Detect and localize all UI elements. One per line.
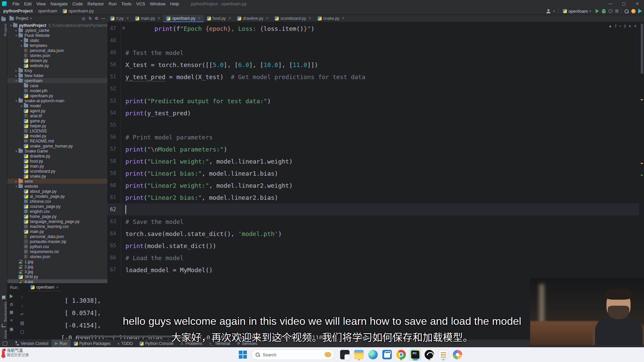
taskbar-app-chrome[interactable]	[395, 349, 407, 361]
tree-item-arial.ttf[interactable]: arial.ttf	[7, 113, 107, 118]
code-line-60[interactable]: 60print("Linear2 weight:", model.linear2…	[107, 179, 639, 191]
tree-item-website[interactable]: ▾website	[7, 184, 107, 189]
menu-file[interactable]: File	[10, 1, 22, 7]
code-line-59[interactable]: 59print("Linear1 bias:", model.linear1.b…	[107, 167, 639, 179]
tree-item-home_page.py[interactable]: home_page.py	[7, 214, 107, 219]
tree-item-game.py[interactable]: game.py	[7, 118, 107, 123]
taskbar-app-store[interactable]	[381, 349, 393, 361]
run-button[interactable]	[596, 9, 599, 13]
code-line-54[interactable]: 54print(y_test_pred)	[107, 107, 639, 119]
taskbar-app-pycharm[interactable]	[409, 349, 421, 361]
menu-vcs[interactable]: VCS	[134, 1, 148, 7]
code-line-51[interactable]: 51y_test_pred = model(X_test) # Get mode…	[107, 71, 639, 83]
tree-item-Snake Game[interactable]: ▾Snake Game	[7, 148, 107, 154]
code-line-48[interactable]: 48	[107, 35, 639, 47]
stop-icon[interactable]	[10, 311, 13, 314]
tree-item-openfoam[interactable]: ▾openfoam	[7, 78, 107, 83]
tree-item-language_learning_page.py[interactable]: language_learning_page.py	[7, 219, 107, 224]
taskbar-app-edge[interactable]	[367, 349, 379, 361]
code-area[interactable]: 47∧ print(f"Epoch {epoch}, Loss: {loss.i…	[107, 22, 639, 276]
code-line-62[interactable]: 62	[107, 203, 639, 216]
code-line-66[interactable]: 66# Load the model	[107, 252, 639, 264]
tree-item-pythonProject[interactable]: ▾pythonProjectC:\Users\abdurrahman\Pycha…	[7, 23, 107, 28]
hide-panel-icon[interactable]: —	[101, 16, 105, 21]
start-button[interactable]	[239, 351, 247, 359]
locate-file-icon[interactable]: ◎	[82, 16, 85, 21]
tree-item-agent.py[interactable]: agent.py	[7, 108, 107, 113]
tree-item-requirements.txt[interactable]: requirements.txt	[7, 249, 107, 254]
tree-chevron-icon[interactable]: ▸	[19, 104, 24, 108]
tree-item-scoreboard.py[interactable]: scoreboard.py	[7, 169, 107, 174]
tree-item-courses_page.py[interactable]: courses_page.py	[7, 204, 107, 209]
down-stack-icon[interactable]: ↓	[21, 303, 23, 308]
code-line-56[interactable]: 56# Print model parameters	[107, 131, 639, 143]
tree-chevron-icon[interactable]: ▸	[14, 74, 18, 77]
taskbar-app-file-explorer[interactable]	[353, 349, 365, 361]
tree-chevron-icon[interactable]: ▸	[19, 39, 24, 42]
tree-item-templates[interactable]: ▸templates	[7, 43, 107, 48]
code-line-63[interactable]: 63# Save the model	[107, 216, 639, 228]
code-line-50[interactable]: 50X_test = torch.tensor([[5.0], [6.0], […	[107, 59, 639, 71]
tree-chevron-icon[interactable]: ▾	[9, 24, 13, 27]
code-line-64[interactable]: 64torch.save(model.state_dict(), 'model.…	[107, 228, 639, 240]
menu-run[interactable]: Run	[106, 1, 119, 7]
project-panel-title[interactable]: Project	[16, 16, 28, 21]
gutter-mark-icon[interactable]: ∧	[122, 25, 125, 30]
tree-chevron-icon[interactable]: ▸	[14, 69, 18, 72]
debug-button[interactable]	[602, 9, 606, 13]
up-stack-icon[interactable]: ↑	[21, 294, 23, 299]
run-configuration-dropdown[interactable]: openfoam ▾	[561, 8, 593, 14]
tree-item-helper.py[interactable]: helper.py	[7, 123, 107, 128]
editor-scrollbar[interactable]	[640, 22, 644, 283]
tree-item-.pytest_cache[interactable]: ▸.pytest_cache	[7, 28, 107, 33]
tree-item-3.jpg[interactable]: 3.jpg	[7, 269, 107, 274]
tree-item-python.csv[interactable]: python.csv	[7, 244, 107, 249]
tree-item-drawline.py[interactable]: drawline.py	[7, 154, 107, 159]
rerun-button[interactable]	[10, 294, 13, 298]
tree-item-1.jpg[interactable]: 1.jpg	[7, 259, 107, 264]
close-icon[interactable]: ✕	[228, 16, 231, 20]
tree-chevron-icon[interactable]: ▸	[19, 44, 24, 47]
close-button[interactable]: ✕	[631, 0, 644, 7]
tree-item-food.py[interactable]: food.py	[7, 159, 107, 164]
tab-openfoam.py[interactable]: openfoam.py✕	[163, 15, 204, 22]
tree-item-main.py[interactable]: main.py	[7, 164, 107, 169]
tab-main.py[interactable]: main.py✕	[132, 15, 163, 22]
close-icon[interactable]: ✕	[126, 16, 129, 20]
code-line-49[interactable]: 49# Test the model	[107, 47, 639, 59]
tree-item-Flusk Website[interactable]: ▾Flusk Website	[7, 33, 107, 38]
code-line-47[interactable]: 47∧ print(f"Epoch {epoch}, Loss: {loss.i…	[107, 22, 639, 35]
menu-navigate[interactable]: Navigate	[48, 1, 70, 7]
menu-window[interactable]: Window	[148, 1, 168, 7]
tree-chevron-icon[interactable]: ▾	[14, 185, 18, 188]
menu-refactor[interactable]: Refactor	[85, 1, 106, 7]
tree-item-venv[interactable]: ▸venv	[7, 179, 107, 184]
close-icon[interactable]: ✕	[266, 16, 269, 20]
panel-settings-icon[interactable]: ⚙	[95, 16, 98, 21]
close-icon[interactable]: ✕	[157, 16, 160, 20]
tab-food.py[interactable]: food.py✕	[204, 15, 234, 22]
tree-item-chinese.csv[interactable]: chinese.csv	[7, 199, 107, 204]
tree-chevron-icon[interactable]: ▾	[14, 34, 18, 37]
tree-item-english.csv[interactable]: english.csv	[7, 209, 107, 214]
menu-edit[interactable]: Edit	[22, 1, 34, 7]
user-profile-icon[interactable]	[546, 9, 551, 13]
coverage-button[interactable]	[608, 9, 612, 13]
code-line-65[interactable]: 65print(model.state_dict())	[107, 240, 639, 252]
code-line-67[interactable]: 67loaded_model = MyModel()	[107, 264, 639, 276]
tree-item-model[interactable]: ▸model	[7, 103, 107, 108]
tree-chevron-icon[interactable]: ▾	[14, 99, 18, 103]
taskbar-search[interactable]: Search	[251, 349, 334, 360]
tree-item-portaudio-master.zip[interactable]: portaudio-master.zip	[7, 239, 107, 244]
tree-item-snake_game_human.py[interactable]: snake_game_human.py	[7, 143, 107, 148]
tree-item-static[interactable]: ▸static	[7, 38, 107, 43]
weather-widget[interactable]: 当前气温 接近历史记录	[2, 349, 29, 357]
prev-problem-icon[interactable]: ∧	[629, 24, 631, 28]
code-line-52[interactable]: 52	[107, 83, 639, 95]
tree-item-website.py[interactable]: website.py	[7, 63, 107, 68]
tree-item-main.py[interactable]: main.py	[7, 229, 107, 234]
breadcrumb-item-openfoam[interactable]: openfoam	[38, 8, 57, 13]
code-line-55[interactable]: 55	[107, 119, 639, 131]
search-everywhere-icon[interactable]	[624, 9, 629, 13]
tree-item-snake-ai-pytorch-main[interactable]: ▾snake-ai-pytorch-main	[7, 98, 107, 103]
